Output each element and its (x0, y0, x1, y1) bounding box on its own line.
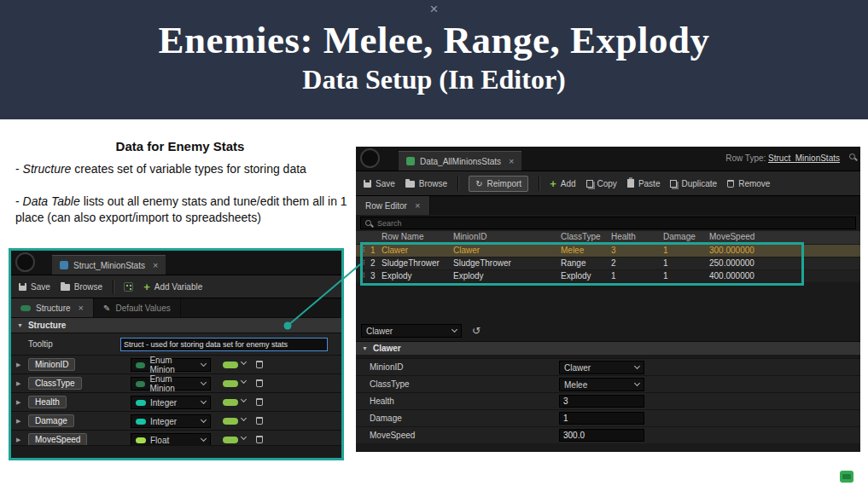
collapse-arrow-icon[interactable]: ▼ (362, 345, 368, 351)
add-variable-label: Add Variable (154, 282, 203, 292)
delete-variable-icon[interactable] (256, 379, 263, 387)
drag-handle-icon[interactable]: ⠿ (360, 246, 365, 254)
type-pill-icon (136, 437, 146, 443)
drag-handle-icon[interactable]: ⠿ (360, 272, 365, 280)
drag-handle-icon[interactable]: ⠿ (360, 259, 365, 267)
table-row-clawer[interactable]: ⠿ 1 Clawer Clawer Melee 3 1 300.000000 (356, 244, 860, 257)
variable-type-dropdown[interactable]: Integer (131, 396, 211, 409)
tab-default-values[interactable]: ✎ Default Values (94, 298, 181, 317)
movespeed-input[interactable] (559, 429, 644, 442)
reimport-button[interactable]: ↻ Reimport (469, 176, 528, 192)
expand-arrow-icon[interactable]: ▶ (16, 437, 20, 443)
variable-name-box[interactable]: MinionID (28, 358, 75, 371)
screen-share-indicator-icon[interactable] (840, 471, 853, 483)
cell-minionid: SludgeThrower (453, 258, 511, 268)
delete-variable-icon[interactable] (256, 436, 263, 443)
row-type-search-icon[interactable] (849, 153, 855, 159)
column-header-classtype[interactable]: ClassType (561, 232, 601, 241)
container-toggle-pill[interactable] (223, 399, 238, 406)
expand-arrow-icon[interactable]: ▶ (16, 399, 20, 406)
variable-name-box[interactable]: MoveSpeed (28, 433, 87, 446)
save-button[interactable]: Save (19, 282, 50, 292)
paste-button[interactable]: Paste (627, 179, 661, 188)
close-tab-icon[interactable]: × (509, 156, 514, 166)
chevron-down-icon[interactable] (241, 378, 247, 384)
field-label: Health (370, 396, 394, 406)
search-input[interactable] (376, 218, 851, 229)
notes-bullet-structure: - Structure creates set of variable type… (15, 161, 352, 177)
chevron-down-icon[interactable] (241, 415, 247, 421)
damage-input[interactable] (559, 412, 644, 425)
column-header-minionid[interactable]: MinionID (453, 232, 486, 241)
variable-type-dropdown[interactable]: Enum Minion (131, 377, 211, 391)
expand-arrow-icon[interactable]: ▶ (16, 362, 20, 368)
browse-button[interactable]: Browse (61, 282, 102, 292)
chevron-down-icon[interactable] (241, 396, 247, 402)
remove-label: Remove (738, 179, 770, 188)
row-select-dropdown[interactable]: Clawer (361, 324, 462, 338)
tab-structure[interactable]: Structure × (11, 298, 94, 317)
add-label: Add (561, 179, 576, 188)
variable-row-health: ▶ Health Integer (11, 392, 341, 411)
collapse-arrow-icon[interactable]: ▼ (17, 322, 23, 328)
datatable-tab[interactable]: Data_AllMinionsStats × (399, 151, 521, 171)
container-toggle-pill[interactable] (223, 437, 238, 443)
variable-type-label: Enum Minion (149, 356, 197, 374)
struct-tab[interactable]: Struct_MinionStats × (52, 255, 166, 275)
add-row-button[interactable]: + Add (550, 178, 575, 189)
dice-icon[interactable] (124, 282, 133, 292)
copy-button[interactable]: Copy (586, 179, 617, 188)
classtype-dropdown[interactable]: Melee (559, 378, 644, 391)
save-button[interactable]: Save (364, 179, 395, 188)
expand-arrow-icon[interactable]: ▶ (16, 418, 20, 425)
column-header-damage[interactable]: Damage (663, 232, 696, 241)
close-tab-icon[interactable]: × (153, 260, 158, 270)
column-header-movespeed[interactable]: MoveSpeed (709, 232, 754, 241)
browse-button[interactable]: Browse (405, 179, 447, 188)
struct-titlebar: Struct_MinionStats × (11, 251, 341, 275)
remove-button[interactable]: Remove (727, 179, 770, 188)
health-input[interactable] (559, 395, 644, 408)
field-label: MinionID (370, 362, 403, 372)
table-row-explody[interactable]: ⠿ 3 Explody Explody Explody 1 1 400.0000… (356, 269, 860, 282)
row-number: 2 (370, 258, 376, 268)
clawer-section-header[interactable]: ▼ Clawer (356, 341, 860, 355)
container-toggle-pill[interactable] (223, 362, 238, 368)
field-row-damage: Damage (356, 409, 860, 426)
delete-variable-icon[interactable] (256, 417, 263, 425)
tooltip-input[interactable] (120, 338, 328, 351)
delete-variable-icon[interactable] (256, 361, 263, 368)
minionid-dropdown[interactable]: Clawer (559, 361, 644, 374)
variable-row-minionid: ▶ MinionID Enum Minion (11, 355, 341, 373)
row-type-label: Row Type: (725, 153, 766, 163)
chevron-down-icon[interactable] (241, 359, 247, 365)
expand-arrow-icon[interactable]: ▶ (16, 380, 20, 387)
remove-icon (727, 180, 734, 188)
row-type-value[interactable]: Struct_MinionStats (768, 153, 840, 163)
container-toggle-pill[interactable] (223, 380, 238, 387)
table-row-sludgethrower[interactable]: ⠿ 2 SludgeThrower SludgeThrower Range 2 … (356, 257, 860, 269)
undo-icon[interactable]: ↺ (472, 325, 481, 337)
tab-row-editor[interactable]: Row Editor × (356, 196, 430, 215)
minionid-value: Clawer (564, 363, 591, 373)
variable-type-dropdown[interactable]: Enum Minion (131, 358, 211, 372)
close-tab-icon[interactable]: × (79, 303, 84, 313)
variable-type-dropdown[interactable]: Integer (131, 414, 211, 428)
paste-label: Paste (638, 179, 661, 188)
column-header-row-name[interactable]: Row Name (382, 232, 423, 241)
chevron-down-icon[interactable] (241, 434, 247, 440)
close-icon[interactable]: × (425, 0, 444, 18)
structure-section-header[interactable]: ▼ Structure (11, 317, 341, 333)
add-variable-button[interactable]: + Add Variable (143, 281, 202, 292)
duplicate-button[interactable]: Duplicate (670, 179, 717, 188)
close-tab-icon[interactable]: × (415, 200, 420, 211)
delete-variable-icon[interactable] (256, 398, 263, 406)
variable-name-box[interactable]: Health (28, 396, 67, 408)
column-header-health[interactable]: Health (611, 232, 636, 241)
variable-name-box[interactable]: Damage (28, 414, 74, 427)
cell-minionid: Explody (453, 271, 484, 281)
bullet-emphasis: Data Table (23, 194, 80, 208)
row-type-readout: Row Type: Struct_MinionStats (725, 153, 840, 163)
container-toggle-pill[interactable] (223, 418, 238, 425)
variable-name-box[interactable]: ClassType (28, 377, 82, 390)
